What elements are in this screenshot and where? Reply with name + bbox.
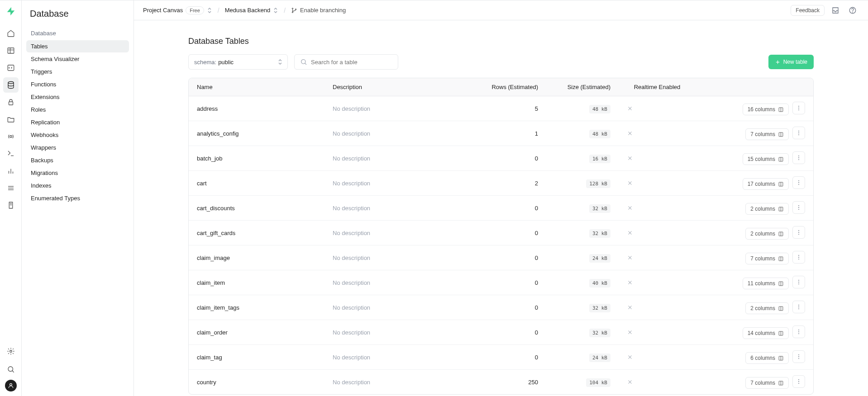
sidebar-item-roles[interactable]: Roles <box>26 104 129 116</box>
row-actions-button[interactable] <box>792 151 805 164</box>
row-actions-button[interactable] <box>792 276 805 288</box>
logo-icon[interactable] <box>5 5 17 18</box>
sidebar-item-replication[interactable]: Replication <box>26 116 129 128</box>
table-row[interactable]: batch_jobNo description016 kB15 columns <box>189 146 813 171</box>
enable-branching-button[interactable]: Enable branching <box>291 7 346 14</box>
new-table-button[interactable]: New table <box>768 55 814 69</box>
table-row[interactable]: addressNo description548 kB16 columns <box>189 96 813 121</box>
row-actions-button[interactable] <box>792 226 805 239</box>
table-size: 48 kB <box>546 121 619 146</box>
columns-button[interactable]: 2 columns <box>745 203 789 215</box>
settings-icon[interactable] <box>3 344 19 359</box>
sidebar-item-tables[interactable]: Tables <box>26 40 129 52</box>
schema-select[interactable]: schema: public <box>188 54 288 70</box>
table-editor-icon[interactable] <box>3 43 19 58</box>
columns-button[interactable]: 17 columns <box>743 178 789 190</box>
columns-button[interactable]: 7 columns <box>745 253 789 264</box>
sidebar-item-extensions[interactable]: Extensions <box>26 91 129 103</box>
new-table-label: New table <box>783 59 807 65</box>
columns-button[interactable]: 11 columns <box>743 278 789 289</box>
row-actions-button[interactable] <box>792 325 805 338</box>
table-row[interactable]: countryNo description250104 kB7 columns <box>189 370 813 395</box>
sidebar-item-migrations[interactable]: Migrations <box>26 167 129 179</box>
sidebar-item-webhooks[interactable]: Webhooks <box>26 129 129 141</box>
table-description: No description <box>324 221 478 245</box>
home-icon[interactable] <box>3 26 19 41</box>
svg-point-16 <box>10 350 12 353</box>
x-icon <box>627 180 687 186</box>
svg-point-21 <box>292 11 293 12</box>
reports-icon[interactable] <box>3 163 19 179</box>
search-input[interactable] <box>311 59 392 66</box>
columns-button[interactable]: 6 columns <box>745 352 789 364</box>
table-row[interactable]: cart_gift_cardsNo description032 kB2 col… <box>189 221 813 245</box>
svg-point-77 <box>798 259 799 259</box>
sidebar-item-triggers[interactable]: Triggers <box>26 66 129 78</box>
realtime-disabled <box>619 245 696 270</box>
dots-vertical-icon <box>796 354 802 360</box>
sidebar-item-functions[interactable]: Functions <box>26 78 129 90</box>
dots-vertical-icon <box>796 179 802 186</box>
header-realtime: Realtime Enabled <box>619 78 696 96</box>
row-actions-button[interactable] <box>792 301 805 313</box>
svg-point-62 <box>798 207 799 208</box>
auth-icon[interactable] <box>3 94 19 110</box>
inbox-icon[interactable] <box>829 4 842 17</box>
table-row[interactable]: claim_orderNo description032 kB14 column… <box>189 320 813 345</box>
columns-button[interactable]: 2 columns <box>745 302 789 314</box>
columns-button[interactable]: 7 columns <box>745 128 789 140</box>
sidebar-item-enumerated-types[interactable]: Enumerated Types <box>26 192 129 204</box>
svg-point-49 <box>798 159 799 160</box>
table-row[interactable]: cart_discountsNo description032 kB2 colu… <box>189 196 813 221</box>
storage-icon[interactable] <box>3 112 19 127</box>
row-actions-button[interactable] <box>792 375 805 388</box>
table-row[interactable]: claim_item_tagsNo description032 kB2 col… <box>189 295 813 320</box>
realtime-disabled <box>619 196 696 221</box>
row-actions-button[interactable] <box>792 251 805 264</box>
sidebar-item-schema-visualizer[interactable]: Schema Visualizer <box>26 53 129 65</box>
row-actions-button[interactable] <box>792 176 805 189</box>
columns-button[interactable]: 14 columns <box>743 327 789 339</box>
columns-button[interactable]: 15 columns <box>743 153 789 165</box>
dots-vertical-icon <box>796 105 802 111</box>
table-row[interactable]: analytics_configNo description148 kB7 co… <box>189 121 813 146</box>
docs-icon[interactable] <box>3 198 19 213</box>
org-selector[interactable]: Project Canvas Free <box>143 6 212 14</box>
table-row[interactable]: claim_tagNo description024 kB6 columns <box>189 345 813 370</box>
table-row[interactable]: claim_imageNo description024 kB7 columns <box>189 245 813 270</box>
row-actions-button[interactable] <box>792 350 805 363</box>
sidebar-item-indexes[interactable]: Indexes <box>26 179 129 192</box>
x-icon <box>627 279 687 286</box>
search-icon[interactable] <box>3 362 19 377</box>
edge-functions-icon[interactable] <box>3 146 19 161</box>
table-size: 48 kB <box>546 96 619 121</box>
sql-editor-icon[interactable] <box>3 60 19 75</box>
header-actions <box>696 78 813 96</box>
columns-icon <box>778 107 784 113</box>
sidebar-item-wrappers[interactable]: Wrappers <box>26 141 129 154</box>
table-description: No description <box>324 295 478 320</box>
svg-rect-5 <box>9 102 13 105</box>
user-avatar[interactable] <box>5 380 17 391</box>
columns-icon <box>778 206 784 212</box>
x-icon <box>627 205 687 211</box>
columns-icon <box>778 181 784 187</box>
database-icon[interactable] <box>3 77 19 93</box>
columns-button[interactable]: 2 columns <box>745 228 789 240</box>
help-icon[interactable] <box>846 4 859 17</box>
project-selector[interactable]: Medusa Backend <box>225 7 278 14</box>
row-actions-button[interactable] <box>792 102 805 114</box>
columns-button[interactable]: 16 columns <box>743 104 789 115</box>
columns-button[interactable]: 7 columns <box>745 377 789 389</box>
feedback-button[interactable]: Feedback <box>791 5 825 16</box>
row-actions-button[interactable] <box>792 127 805 139</box>
table-rows: 1 <box>478 121 546 146</box>
logs-icon[interactable] <box>3 180 19 196</box>
sidebar-item-backups[interactable]: Backups <box>26 154 129 166</box>
row-actions-button[interactable] <box>792 201 805 214</box>
x-icon <box>627 155 687 161</box>
table-row[interactable]: claim_itemNo description040 kB11 columns <box>189 270 813 295</box>
table-row[interactable]: cartNo description2128 kB17 columns <box>189 171 813 196</box>
search-box[interactable] <box>294 54 398 70</box>
realtime-icon[interactable] <box>3 129 19 144</box>
